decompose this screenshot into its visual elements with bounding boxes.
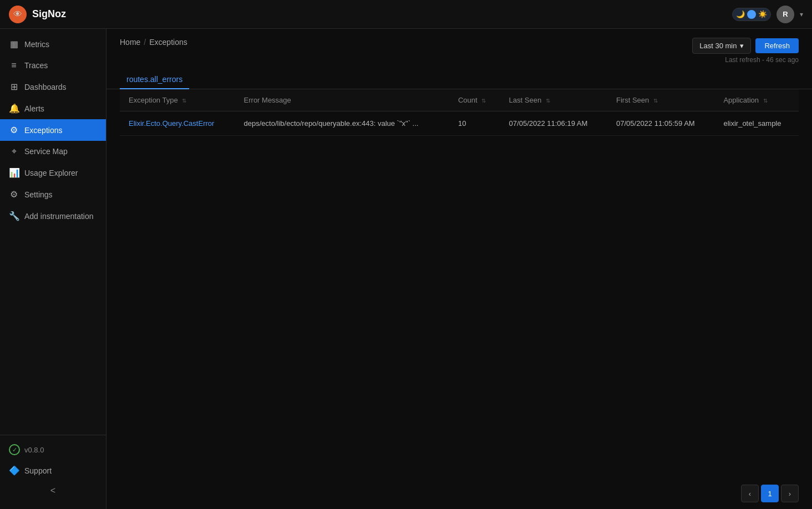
sort-icon-application[interactable]: ⇅ xyxy=(763,98,768,104)
sidebar-item-dashboards[interactable]: ⊞ Dashboards xyxy=(0,76,106,98)
pagination-page-1[interactable]: 1 xyxy=(761,485,779,502)
header-right: Last 30 min ▾ Refresh Last refresh - 46 … xyxy=(692,38,799,64)
col-exception-type: Exception Type ⇅ xyxy=(120,89,235,111)
pagination-next-button[interactable]: › xyxy=(781,485,799,502)
theme-toggle[interactable]: 🌙 ☀️ xyxy=(732,8,771,21)
toggle-knob xyxy=(747,10,756,19)
user-dropdown-arrow[interactable]: ▾ xyxy=(800,11,803,18)
version-item: ✓ v0.8.0 xyxy=(0,440,106,460)
sidebar-bottom: ✓ v0.8.0 🔷 Support < xyxy=(0,435,106,505)
sidebar-item-service-map[interactable]: ⌖ Service Map xyxy=(0,141,106,162)
header-controls: Last 30 min ▾ Refresh xyxy=(692,38,799,54)
layout: ▦ Metrics ≡ Traces ⊞ Dashboards 🔔 Alerts… xyxy=(0,29,812,509)
col-count: Count ⇅ xyxy=(449,89,500,111)
col-last-seen: Last Seen ⇅ xyxy=(500,89,607,111)
topbar: 👁 SigNoz 🌙 ☀️ R ▾ xyxy=(0,0,812,29)
logo-icon: 👁 xyxy=(9,6,27,23)
metrics-icon: ▦ xyxy=(9,39,19,49)
breadcrumb-home[interactable]: Home xyxy=(120,38,140,47)
breadcrumb-current: Exceptions xyxy=(149,38,187,47)
usage-explorer-icon: 📊 xyxy=(9,167,19,178)
user-avatar[interactable]: R xyxy=(777,6,794,23)
cell-count: 10 xyxy=(449,111,500,136)
sort-icon-first-seen[interactable]: ⇅ xyxy=(653,98,658,104)
last-refresh-text: Last refresh - 46 sec ago xyxy=(725,56,799,64)
col-application: Application ⇅ xyxy=(714,89,799,111)
sidebar-item-label: Usage Explorer xyxy=(24,169,78,177)
cell-application: elixir_otel_sample xyxy=(714,111,799,136)
sidebar-item-label: Traces xyxy=(24,61,48,70)
app-title: SigNoz xyxy=(32,8,66,20)
table-body: Elixir.Ecto.Query.CastError deps/ecto/li… xyxy=(120,111,799,136)
sidebar-item-usage-explorer[interactable]: 📊 Usage Explorer xyxy=(0,162,106,184)
cell-first-seen: 07/05/2022 11:05:59 AM xyxy=(607,111,714,136)
sidebar-item-add-instrumentation[interactable]: 🔧 Add instrumentation xyxy=(0,205,106,227)
sidebar: ▦ Metrics ≡ Traces ⊞ Dashboards 🔔 Alerts… xyxy=(0,29,106,509)
topbar-left: 👁 SigNoz xyxy=(9,6,66,23)
pagination: ‹ 1 › xyxy=(106,478,812,509)
sidebar-item-settings[interactable]: ⚙ Settings xyxy=(0,184,106,205)
sidebar-item-alerts[interactable]: 🔔 Alerts xyxy=(0,98,106,119)
sort-icon-exception-type[interactable]: ⇅ xyxy=(182,98,186,104)
tabs-bar: routes.all_errors xyxy=(106,70,812,89)
cell-exception-type[interactable]: Elixir.Ecto.Query.CastError xyxy=(120,111,235,136)
tab-routes-all-errors[interactable]: routes.all_errors xyxy=(120,70,189,89)
col-first-seen: First Seen ⇅ xyxy=(607,89,714,111)
sort-icon-count[interactable]: ⇅ xyxy=(481,98,486,104)
alerts-icon: 🔔 xyxy=(9,103,19,114)
support-icon: 🔷 xyxy=(9,465,19,476)
dashboards-icon: ⊞ xyxy=(9,82,19,92)
exception-type-link[interactable]: Elixir.Ecto.Query.CastError xyxy=(129,119,214,128)
sidebar-item-label: Service Map xyxy=(24,147,68,156)
table-header: Exception Type ⇅ Error Message Count ⇅ L… xyxy=(120,89,799,111)
sidebar-item-label: Add instrumentation xyxy=(24,212,94,221)
sidebar-item-exceptions[interactable]: ⚙ Exceptions xyxy=(0,119,106,141)
exceptions-table-container: Exception Type ⇅ Error Message Count ⇅ L… xyxy=(106,89,812,478)
table-row[interactable]: Elixir.Ecto.Query.CastError deps/ecto/li… xyxy=(120,111,799,136)
breadcrumb-separator: / xyxy=(144,38,146,47)
version-check-icon: ✓ xyxy=(9,444,20,455)
topbar-right: 🌙 ☀️ R ▾ xyxy=(732,6,803,23)
support-label: Support xyxy=(24,466,52,475)
add-instrumentation-icon: 🔧 xyxy=(9,211,19,221)
cell-last-seen: 07/05/2022 11:06:19 AM xyxy=(500,111,607,136)
cell-error-message: deps/ecto/lib/ecto/repo/queryable.ex:443… xyxy=(235,111,449,136)
moon-icon: 🌙 xyxy=(736,10,745,18)
sidebar-item-label: Exceptions xyxy=(24,126,62,135)
sidebar-item-label: Metrics xyxy=(24,40,49,49)
sidebar-item-metrics[interactable]: ▦ Metrics xyxy=(0,33,106,55)
time-range-arrow: ▾ xyxy=(740,42,744,50)
settings-icon: ⚙ xyxy=(9,189,19,200)
pagination-prev-button[interactable]: ‹ xyxy=(741,485,759,502)
sidebar-item-traces[interactable]: ≡ Traces xyxy=(0,55,106,76)
col-error-message: Error Message xyxy=(235,89,449,111)
main-content: Home / Exceptions Last 30 min ▾ Refresh … xyxy=(106,29,812,509)
sidebar-item-label: Dashboards xyxy=(24,83,67,91)
sidebar-item-label: Settings xyxy=(24,190,53,199)
sidebar-collapse-button[interactable]: < xyxy=(0,481,106,500)
time-range-selector[interactable]: Last 30 min ▾ xyxy=(692,38,751,54)
main-header: Home / Exceptions Last 30 min ▾ Refresh … xyxy=(106,29,812,64)
traces-icon: ≡ xyxy=(9,60,19,70)
breadcrumb: Home / Exceptions xyxy=(120,38,187,47)
exceptions-table: Exception Type ⇅ Error Message Count ⇅ L… xyxy=(120,89,799,136)
sidebar-item-support[interactable]: 🔷 Support xyxy=(0,460,106,481)
service-map-icon: ⌖ xyxy=(9,146,19,156)
sort-icon-last-seen[interactable]: ⇅ xyxy=(546,98,550,104)
exceptions-icon: ⚙ xyxy=(9,125,19,135)
time-range-label: Last 30 min xyxy=(699,42,737,50)
sun-icon: ☀️ xyxy=(758,10,767,18)
version-label: v0.8.0 xyxy=(24,446,44,454)
sidebar-item-label: Alerts xyxy=(24,104,44,113)
refresh-button[interactable]: Refresh xyxy=(755,38,799,53)
